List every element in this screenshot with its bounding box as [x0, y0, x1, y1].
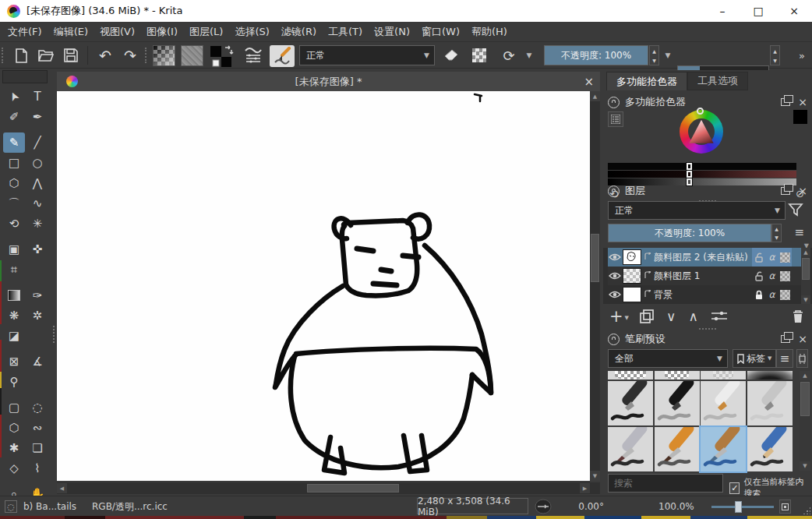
color-wheel[interactable] [680, 110, 723, 154]
preset-search-input[interactable] [608, 474, 723, 493]
preset-eraser-wide[interactable] [608, 371, 653, 380]
fill-tool[interactable]: ◪ [3, 326, 25, 346]
layer-thumbnail[interactable] [623, 268, 641, 284]
close-docker-icon[interactable]: × [798, 335, 807, 343]
fit-zoom-button[interactable] [779, 500, 791, 514]
menu-item-设置N[interactable]: 设置(N) [374, 25, 410, 39]
current-brush-name[interactable]: b) Ba...tails [23, 496, 76, 517]
scroll-down-icon[interactable]: ▼ [590, 471, 600, 481]
layer-visibility-eye-icon[interactable] [608, 267, 621, 285]
assistants-tool[interactable]: ⊠ [3, 351, 25, 372]
duplicate-layer-button[interactable] [640, 309, 654, 323]
color-sampler-tool[interactable]: ✑ [26, 285, 48, 305]
multibrush-tool[interactable]: ✳ [26, 214, 48, 234]
bezier-select-tool[interactable]: ◇ [3, 458, 25, 478]
layer-scroll-thumb[interactable] [802, 258, 810, 280]
canvas-area[interactable] [57, 91, 590, 481]
color-slider-1[interactable] [608, 163, 796, 170]
preset-brush-water[interactable] [701, 427, 746, 471]
close-docker-icon[interactable]: × [798, 98, 807, 106]
blending-mode-dropdown[interactable]: 正常 ▼ [299, 45, 435, 65]
selection-display-button[interactable]: ◌ [5, 496, 17, 517]
calligraphy-tool[interactable]: ✒ [26, 107, 48, 127]
scroll-left-icon[interactable]: ◀ [57, 483, 67, 493]
toolbox-header[interactable] [2, 70, 48, 83]
layer-visibility-eye-icon[interactable] [608, 248, 621, 267]
gradient-tool[interactable] [3, 285, 25, 305]
foreground-background-colors[interactable] [209, 45, 235, 69]
delete-layer-button[interactable] [792, 309, 804, 323]
document-titlebar[interactable]: [未保存图像] * × [57, 72, 600, 91]
freehand-select-tool[interactable]: ∾ [26, 418, 48, 438]
layer-lock-icon[interactable] [752, 267, 765, 285]
move-layer-up-button[interactable]: ∧ [688, 309, 697, 324]
choose-brush-preset-button[interactable] [270, 45, 295, 67]
scroll-down-icon[interactable]: ▼ [801, 295, 810, 304]
lock-docker-icon[interactable] [608, 185, 620, 197]
canvas-rotation-dial[interactable] [535, 496, 552, 517]
magic-wand-select-tool[interactable]: ✱ [3, 438, 25, 458]
opacity-slider[interactable]: 不透明度: 100% [544, 45, 648, 65]
crop-tool[interactable]: ⌗ [3, 260, 25, 280]
layer-passthrough-icon[interactable] [778, 285, 792, 304]
menu-item-编辑E[interactable]: 编辑(E) [54, 25, 88, 39]
lock-docker-icon[interactable] [608, 97, 620, 108]
preset-pen-white[interactable] [701, 381, 746, 425]
canvas-vertical-scrollbar[interactable]: ▲ ▼ [590, 91, 600, 481]
layer-alpha-lock-icon[interactable]: α [765, 248, 778, 267]
line-tool[interactable]: ╱ [26, 132, 48, 153]
ellipse-select-tool[interactable]: ◌ [26, 397, 48, 418]
similar-select-tool[interactable]: ❏ [26, 438, 48, 458]
preset-pen-ink[interactable] [655, 381, 700, 425]
scroll-up-icon[interactable]: ▲ [800, 371, 810, 380]
chevron-down-icon[interactable]: ▼ [662, 45, 673, 65]
checkbox-checked-icon[interactable]: ✓ [729, 482, 740, 494]
eraser-mode-button[interactable] [441, 45, 463, 65]
edit-brush-settings-button[interactable] [242, 45, 265, 65]
preset-scrollbar[interactable]: ▲ ▼ [800, 371, 810, 471]
menu-item-滤镜R[interactable]: 滤镜(R) [281, 25, 316, 39]
undo-button[interactable]: ↶ [95, 45, 115, 65]
open-document-button[interactable] [36, 45, 56, 65]
menu-item-图层L[interactable]: 图层(L) [189, 25, 223, 39]
color-selector-settings-button[interactable] [608, 111, 623, 127]
layer-lock-icon[interactable] [752, 248, 765, 267]
layer-visibility-eye-icon[interactable] [608, 285, 621, 304]
dynamic-brush-tool[interactable]: ⟲ [3, 214, 25, 234]
layer-menu-icon[interactable]: ≡ [794, 225, 804, 239]
toolbar-grip[interactable] [145, 48, 149, 63]
save-button[interactable] [61, 45, 81, 65]
bezier-curve-tool[interactable]: ⌒ [3, 193, 25, 214]
minimize-button[interactable]: – [704, 0, 740, 22]
move-tool[interactable]: ✜ [26, 239, 48, 260]
scroll-right-icon[interactable]: ▶ [580, 483, 590, 493]
close-button[interactable]: × [776, 0, 812, 22]
window-resize-grip[interactable] [803, 507, 810, 514]
pattern-swatch-button[interactable] [181, 45, 203, 66]
preset-pencil-blue[interactable] [747, 427, 793, 471]
maximize-button[interactable]: □ [740, 0, 776, 22]
layer-opacity-spinner[interactable]: ▲▼ [771, 224, 782, 242]
layer-alpha-lock-icon[interactable]: α [765, 267, 778, 285]
edit-shapes-tool[interactable]: ✐ [3, 107, 25, 127]
menu-item-选择S[interactable]: 选择(S) [235, 25, 269, 39]
polygon-select-tool[interactable]: ⬡ [3, 418, 25, 438]
canvas-horizontal-scrollbar[interactable]: ◀ ▶ [57, 482, 600, 494]
layer-thumbnail[interactable] [623, 249, 641, 265]
redo-button[interactable]: ↷ [120, 45, 140, 65]
text-tool[interactable]: T [26, 86, 48, 107]
float-docker-icon[interactable] [781, 187, 790, 195]
add-layer-button[interactable]: + [609, 307, 623, 326]
scroll-up-icon[interactable]: ▲ [801, 248, 810, 256]
toolbar-overflow-button[interactable]: » [795, 45, 809, 65]
tag-button[interactable]: 标签 ▼ [733, 349, 776, 368]
move-layer-down-button[interactable]: ∨ [666, 309, 676, 324]
brush-size-spinner[interactable]: ▲▼ [770, 45, 780, 65]
zoom-percentage[interactable]: 100.0% [658, 496, 694, 517]
layer-properties-button[interactable] [711, 310, 728, 323]
scroll-up-icon[interactable]: ▲ [590, 91, 600, 101]
layer-alpha-lock-icon[interactable]: α [765, 285, 778, 304]
preset-scroll-thumb[interactable] [800, 382, 810, 416]
scroll-down-icon[interactable]: ▼ [800, 461, 810, 471]
float-docker-icon[interactable] [781, 98, 790, 106]
